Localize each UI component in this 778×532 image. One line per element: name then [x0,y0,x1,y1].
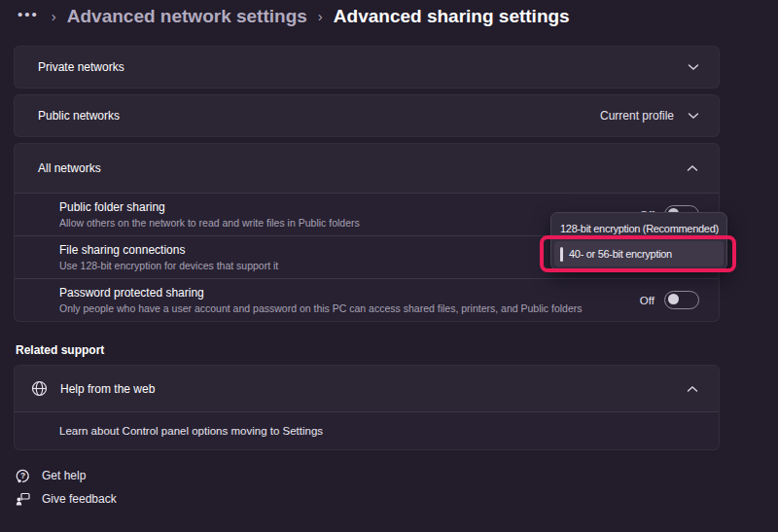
give-feedback-link[interactable]: Give feedback [16,487,117,511]
current-profile-badge: Current profile [600,109,674,123]
setting-description: Allow others on the network to read and … [59,217,360,229]
expander-public-networks[interactable]: Public networks Current profile [14,94,720,137]
feedback-icon [16,492,30,507]
chevron-right-icon: › [52,8,56,24]
dropdown-option-40-56-bit[interactable]: 40- or 56-bit encryption [554,241,724,266]
setting-text: Password protected sharing Only people w… [59,286,583,314]
give-feedback-label: Give feedback [42,492,117,506]
setting-title: Password protected sharing [59,286,583,300]
expander-all-networks-header[interactable]: All networks [15,144,719,193]
all-networks-label: All networks [38,161,101,175]
breadcrumb-parent-link[interactable]: Advanced network settings [67,6,307,27]
get-help-icon: ? [16,469,30,483]
chevron-right-icon: › [318,8,323,24]
dropdown-option-label: 40- or 56-bit encryption [569,248,672,260]
setting-text: Public folder sharing Allow others on th… [59,200,360,229]
setting-description: Use 128-bit encryption for devices that … [59,260,278,271]
setting-description: Only people who have a user account and … [59,302,583,314]
dropdown-option-label: 128-bit encryption (Recommended) [560,223,719,234]
setting-title: Public folder sharing [59,200,360,214]
page-title: Advanced sharing settings [334,6,570,27]
private-networks-label: Private networks [38,60,124,74]
chevron-up-icon[interactable] [687,164,698,172]
breadcrumb: ••• › Advanced network settings › Advanc… [18,2,570,31]
encryption-dropdown-flyout: 128-bit encryption (Recommended) 40- or … [550,212,727,270]
help-from-web-header[interactable]: Help from the web [15,366,719,411]
toggle-state-label: Off [640,295,654,306]
help-link-row: Learn about Control panel options moving… [15,411,719,449]
chevron-up-icon[interactable] [687,385,698,393]
svg-text:?: ? [20,471,25,480]
settings-page: ••• › Advanced network settings › Advanc… [0,0,778,532]
help-from-web-card: Help from the web Learn about Control pa… [14,365,720,450]
control-panel-help-link[interactable]: Learn about Control panel options moving… [59,425,323,437]
toggle-group: Off [640,291,699,309]
public-networks-label: Public networks [38,109,120,123]
setting-text: File sharing connections Use 128-bit enc… [59,243,278,271]
chevron-down-icon[interactable] [688,112,699,120]
selection-indicator-bar [560,247,563,262]
chevron-down-icon[interactable] [688,63,699,71]
page-footer: ? Get help Give feedback [16,464,117,511]
globe-icon [31,380,48,397]
get-help-label: Get help [42,469,86,482]
related-support-heading: Related support [16,343,720,357]
password-protected-sharing-toggle[interactable] [664,291,699,309]
breadcrumb-ellipsis-button[interactable]: ••• [18,6,41,28]
expander-private-networks[interactable]: Private networks [14,46,720,89]
setting-title: File sharing connections [59,243,278,257]
toggle-knob [668,294,679,304]
setting-row-password-protected-sharing: Password protected sharing Only people w… [15,278,719,321]
help-from-web-label: Help from the web [60,382,155,396]
dropdown-option-128-bit[interactable]: 128-bit encryption (Recommended) [554,216,724,241]
get-help-link[interactable]: ? Get help [16,464,117,487]
